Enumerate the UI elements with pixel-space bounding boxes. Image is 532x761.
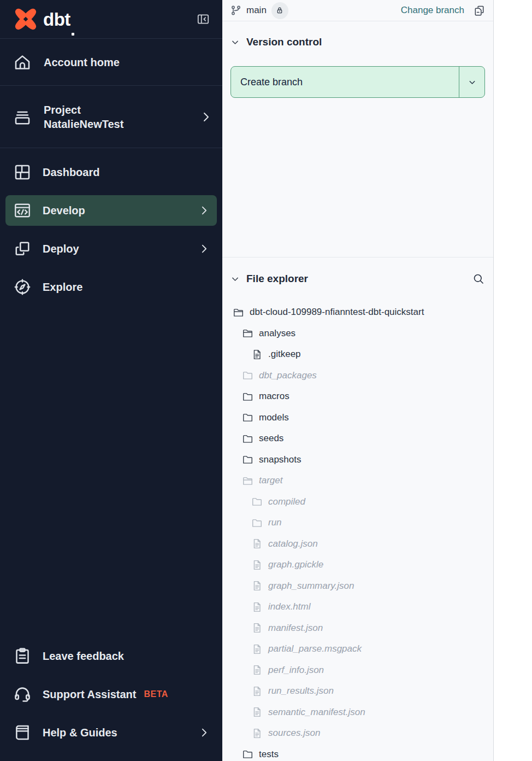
create-branch-button[interactable]: Create branch — [230, 66, 485, 98]
sidebar-item-label: Develop — [43, 203, 85, 218]
tree-item-label: perf_info.json — [268, 665, 324, 676]
version-control-header[interactable]: Version control — [230, 21, 485, 48]
lock-icon — [275, 6, 284, 15]
tree-item-label: .gitkeep — [268, 349, 301, 360]
tree-item[interactable]: macros — [230, 386, 485, 407]
chevron-down-icon — [468, 78, 477, 87]
folder-icon — [242, 748, 253, 760]
file-tree: dbt-cloud-109989-nfianntest-dbt-quicksta… — [230, 302, 485, 761]
folder-icon — [242, 433, 253, 444]
sidebar-item-explore[interactable]: Explore — [5, 272, 217, 302]
file-icon — [251, 601, 263, 613]
compass-icon — [12, 277, 33, 297]
tree-item-label: dbt_packages — [259, 370, 317, 381]
folder-icon — [242, 454, 253, 465]
tree-item[interactable]: graph.gpickle — [230, 554, 485, 576]
chevron-right-icon — [200, 727, 208, 738]
tree-item-label: run_results.json — [268, 686, 334, 696]
tree-item[interactable]: models — [230, 407, 485, 429]
tree-item[interactable]: manifest.json — [230, 618, 485, 639]
sidebar-item-deploy[interactable]: Deploy — [5, 233, 217, 264]
sidebar-item-label: Support Assistant — [43, 687, 137, 701]
chevron-right-icon — [200, 205, 208, 216]
tree-item-label: models — [259, 412, 289, 423]
brand-wordmark: dbt — [43, 10, 70, 28]
tree-item[interactable]: run — [230, 512, 485, 534]
tree-item-label: graph.gpickle — [268, 559, 323, 570]
folder-open-icon — [233, 307, 244, 318]
sidebar-item-label: Deploy — [43, 242, 79, 256]
sidebar-item-label: Dashboard — [43, 165, 99, 179]
tree-item[interactable]: index.html — [230, 596, 485, 618]
chevron-down-icon — [230, 274, 240, 284]
chevron-down-icon — [230, 38, 240, 47]
beta-badge: BETA — [144, 689, 168, 699]
current-branch-name: main — [246, 5, 267, 16]
sidebar-item-label: Project NatalieNewTest — [44, 103, 123, 131]
file-icon — [251, 559, 263, 571]
branch-locked-badge — [271, 2, 288, 19]
tree-item[interactable]: semantic_manifest.json — [230, 702, 485, 723]
search-icon[interactable] — [472, 272, 485, 285]
sidebar-item-label: Account home — [44, 55, 120, 69]
tree-item[interactable]: analyses — [230, 323, 485, 344]
dbt-logo-icon — [13, 7, 38, 32]
tree-item[interactable]: sources.json — [230, 723, 485, 744]
tree-item-label: catalog.json — [268, 538, 318, 549]
file-icon — [251, 349, 263, 360]
file-icon — [251, 622, 263, 634]
tree-item-label: macros — [259, 391, 289, 402]
folder-icon — [242, 370, 253, 381]
project-name: NatalieNewTest — [44, 118, 123, 130]
change-branch-link[interactable]: Change branch — [401, 5, 464, 16]
tree-item-label: tests — [259, 749, 279, 760]
tree-item-label: manifest.json — [268, 623, 323, 634]
home-icon — [12, 52, 33, 72]
tree-item[interactable]: target — [230, 470, 485, 491]
tree-item[interactable]: run_results.json — [230, 681, 485, 702]
bottom-nav-group: Leave feedback Support Assistant BETA — [0, 641, 222, 761]
headset-icon — [12, 684, 33, 704]
tree-item[interactable]: seeds — [230, 428, 485, 449]
folder-icon — [242, 391, 253, 402]
clipboard-icon — [12, 646, 33, 666]
tree-item[interactable]: dbt-cloud-109989-nfianntest-dbt-quicksta… — [230, 302, 485, 323]
tree-item[interactable]: graph_summary.json — [230, 576, 485, 597]
tree-item[interactable]: partial_parse.msgpack — [230, 639, 485, 660]
sidebar-item-leave-feedback[interactable]: Leave feedback — [5, 641, 217, 671]
tree-item[interactable]: .gitkeep — [230, 344, 485, 365]
develop-side-panel: main Change branch Version control Cr — [222, 0, 494, 761]
file-explorer-section: File explorer dbt-cloud-109989-nfianntes… — [222, 257, 493, 761]
sidebar-item-project[interactable]: Project NatalieNewTest — [0, 86, 222, 148]
copy-icon[interactable] — [473, 4, 486, 17]
tree-item-label: sources.json — [268, 728, 320, 739]
file-icon — [251, 538, 263, 549]
sidebar-item-account-home[interactable]: Account home — [0, 39, 222, 85]
tree-item-label: seeds — [259, 433, 283, 444]
tree-item[interactable]: compiled — [230, 491, 485, 513]
tree-item[interactable]: dbt_packages — [230, 365, 485, 387]
branch-topbar: main Change branch — [222, 0, 493, 21]
project-label: Project — [44, 104, 81, 116]
folder-open-icon — [242, 475, 253, 487]
sidebar-item-support-assistant[interactable]: Support Assistant BETA — [5, 679, 217, 710]
project-stack-icon — [12, 107, 33, 127]
folder-icon — [251, 496, 263, 507]
git-branch-icon — [230, 4, 242, 16]
tree-item[interactable]: catalog.json — [230, 534, 485, 555]
tree-item[interactable]: perf_info.json — [230, 660, 485, 681]
tree-item-label: semantic_manifest.json — [268, 707, 365, 718]
collapse-sidebar-icon[interactable] — [196, 12, 210, 26]
sidebar-item-help-guides[interactable]: Help & Guides — [5, 717, 217, 748]
file-explorer-header[interactable]: File explorer — [230, 257, 485, 285]
tree-item[interactable]: tests — [230, 744, 485, 761]
logo-row: dbt — [0, 0, 222, 38]
file-icon — [251, 643, 263, 655]
sidebar-item-dashboard[interactable]: Dashboard — [5, 157, 217, 188]
sidebar-item-develop[interactable]: Develop — [5, 195, 217, 226]
tree-item-label: index.html — [268, 601, 310, 612]
create-branch-dropdown-toggle[interactable] — [459, 67, 484, 97]
folder-icon — [242, 412, 253, 423]
tree-item[interactable]: snapshots — [230, 449, 485, 471]
section-title: Version control — [246, 36, 322, 48]
